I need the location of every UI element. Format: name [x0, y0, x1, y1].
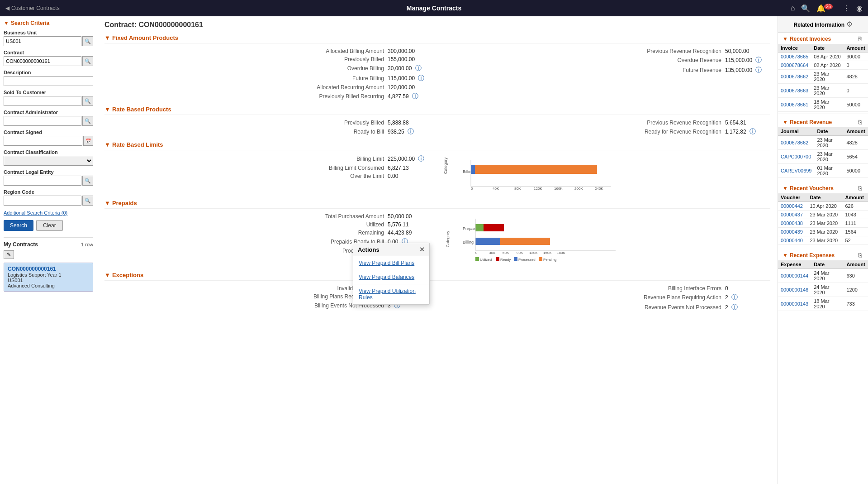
- rate-based-collapse-icon[interactable]: ▼: [104, 106, 110, 113]
- table-row: 000000014318 Mar 2020733: [778, 297, 868, 311]
- table-row: 000067866223 Mar 20204828: [778, 70, 868, 84]
- info-icon[interactable]: ⓘ: [755, 66, 762, 73]
- rate-based-limits-collapse-icon[interactable]: ▼: [104, 141, 110, 148]
- data-row: Future Revenue 135,000.00 ⓘ: [442, 65, 770, 75]
- rate-based-section-header: ▼ Rate Based Products: [104, 106, 770, 115]
- sold-to-customer-input[interactable]: [4, 96, 81, 106]
- rate-based-right: Previous Revenue Recognition 5,654.31 Re…: [442, 119, 770, 137]
- svg-text:30K: 30K: [489, 251, 496, 255]
- gear-button[interactable]: ⚙: [846, 20, 853, 29]
- table-row: 0000044210 Apr 2020626: [778, 202, 868, 211]
- info-icon[interactable]: ⓘ: [408, 128, 414, 135]
- contract-search-btn[interactable]: 🔍: [82, 56, 93, 66]
- data-row: Billing Limit Consumed 6,827.13: [104, 164, 433, 172]
- table-row: CAPC00070023 Mar 20205654: [778, 150, 868, 164]
- fixed-amount-right: Previous Revenue Recognition 50,000.00 O…: [442, 47, 770, 101]
- copy-revenue-btn[interactable]: ⎘: [856, 119, 863, 125]
- info-icon[interactable]: ⓘ: [418, 74, 424, 81]
- contract-admin-input[interactable]: [4, 116, 81, 126]
- revenue-date-col-header: Date: [815, 127, 844, 136]
- info-icon[interactable]: ⓘ: [755, 56, 762, 63]
- additional-search-link[interactable]: Additional Search Criteria (0): [4, 210, 93, 216]
- search-btn-group: Search Clear: [4, 220, 93, 231]
- copy-vouchers-btn[interactable]: ⎘: [856, 185, 863, 192]
- view-prepaid-balances-link[interactable]: View Prepaid Balances: [353, 270, 429, 284]
- sold-to-customer-search-btn[interactable]: 🔍: [82, 96, 93, 106]
- contract-admin-search-btn[interactable]: 🔍: [82, 116, 93, 126]
- notification-icon[interactable]: 🔔 26: [816, 4, 836, 13]
- svg-rect-9: [471, 165, 475, 174]
- close-icon[interactable]: ◉: [856, 4, 863, 13]
- svg-text:240K: 240K: [595, 187, 603, 191]
- rate-based-limits-data: Billing Limit 225,000.00 ⓘ Billing Limit…: [104, 154, 770, 195]
- exceptions-right: Billing Interface Errors 0 Revenue Plans…: [442, 284, 770, 312]
- view-prepaid-bill-plans-link[interactable]: View Prepaid Bill Plans: [353, 256, 429, 270]
- divider: [778, 247, 868, 247]
- info-icon[interactable]: ⓘ: [749, 128, 756, 135]
- contract-list-item[interactable]: CON000000000161 Logistics Support Year 1…: [4, 263, 93, 292]
- sold-to-customer-field: 🔍: [4, 96, 93, 106]
- info-icon[interactable]: ⓘ: [731, 303, 738, 311]
- copy-invoices-btn[interactable]: ⎘: [856, 35, 863, 42]
- business-unit-search-btn[interactable]: 🔍: [82, 36, 93, 46]
- voucher-col-header: Voucher: [778, 193, 807, 202]
- search-button[interactable]: Search: [4, 220, 33, 231]
- table-row: 000000014624 Mar 20201200: [778, 283, 868, 297]
- fixed-amount-title: Fixed Amount Products: [112, 34, 178, 41]
- contract-item-desc1: Logistics Support Year 1: [8, 272, 89, 278]
- fixed-amount-collapse-icon[interactable]: ▼: [104, 34, 110, 41]
- svg-text:160K: 160K: [554, 187, 563, 191]
- app-body: ▼ Search Criteria Business Unit 🔍 Contra…: [0, 16, 868, 484]
- edit-pencil-button[interactable]: ✎: [4, 250, 14, 259]
- search-icon[interactable]: 🔍: [801, 4, 810, 13]
- region-code-search-btn[interactable]: 🔍: [82, 196, 93, 206]
- exceptions-collapse-icon[interactable]: ▼: [104, 272, 110, 278]
- contract-legal-entity-search-btn[interactable]: 🔍: [82, 176, 93, 186]
- contract-legal-entity-input[interactable]: [4, 176, 81, 186]
- svg-text:90K: 90K: [517, 251, 523, 255]
- back-link-label: Customer Contracts: [11, 5, 60, 11]
- rate-based-limits-title: Rate Based Limits: [112, 141, 163, 148]
- prepaids-data: Total Purchased Amount 50,000.00 Utilize…: [104, 212, 770, 267]
- business-unit-input[interactable]: [4, 36, 81, 46]
- data-row: Remaining 44,423.89: [104, 229, 433, 237]
- menu-icon[interactable]: ⋮: [843, 4, 850, 13]
- info-icon[interactable]: ⓘ: [731, 293, 738, 301]
- contract-item-desc3: Advanced Consulting: [8, 283, 89, 288]
- svg-text:0: 0: [475, 251, 478, 255]
- home-icon[interactable]: ⌂: [791, 4, 795, 12]
- clear-button[interactable]: Clear: [36, 220, 63, 231]
- info-icon[interactable]: ⓘ: [412, 92, 418, 100]
- description-input[interactable]: [4, 76, 93, 86]
- copy-expenses-btn[interactable]: ⎘: [856, 252, 863, 259]
- voucher-date-col-header: Date: [807, 193, 842, 202]
- view-prepaid-utilization-rules-link[interactable]: View Prepaid Utilization Rules: [353, 284, 429, 304]
- svg-text:120K: 120K: [534, 187, 542, 191]
- svg-text:Processed: Processed: [518, 258, 536, 262]
- svg-text:60K: 60K: [503, 251, 509, 255]
- chevron-down-icon: ▼: [783, 36, 788, 42]
- back-link[interactable]: ◀ Customer Contracts: [5, 5, 60, 11]
- contract-signed-calendar-btn[interactable]: 📅: [83, 136, 93, 146]
- info-icon[interactable]: ⓘ: [415, 64, 422, 72]
- contract-input[interactable]: [4, 56, 81, 66]
- revenue-amount-col-header: Amount: [844, 127, 868, 136]
- prepaids-collapse-icon[interactable]: ▼: [104, 200, 110, 206]
- region-code-input[interactable]: [4, 196, 81, 206]
- actions-popup-close-btn[interactable]: ✕: [419, 246, 425, 253]
- svg-rect-10: [475, 165, 597, 174]
- info-icon[interactable]: ⓘ: [418, 155, 424, 162]
- table-row: 0000043723 Mar 20201043: [778, 211, 868, 219]
- expense-amount-col-header: Amount: [844, 260, 868, 269]
- recent-vouchers-section: ▼ Recent Vouchers ⎘ Voucher Date Amount …: [778, 182, 868, 245]
- rate-based-limits-section-header: ▼ Rate Based Limits: [104, 141, 770, 150]
- svg-rect-39: [514, 257, 517, 261]
- description-label: Description: [4, 70, 93, 75]
- chevron-down-icon: ▼: [783, 119, 788, 125]
- contract-signed-input[interactable]: [4, 136, 82, 146]
- fixed-amount-data: Allocated Billing Amount 300,000.00 Prev…: [104, 47, 770, 101]
- data-row: Ready for Revenue Recognition 1,172.82 ⓘ: [442, 127, 770, 137]
- invoice-col-header: Invoice: [778, 44, 811, 53]
- data-row: Overdue Revenue 115,000.00 ⓘ: [442, 55, 770, 65]
- contract-classification-select[interactable]: [4, 156, 93, 166]
